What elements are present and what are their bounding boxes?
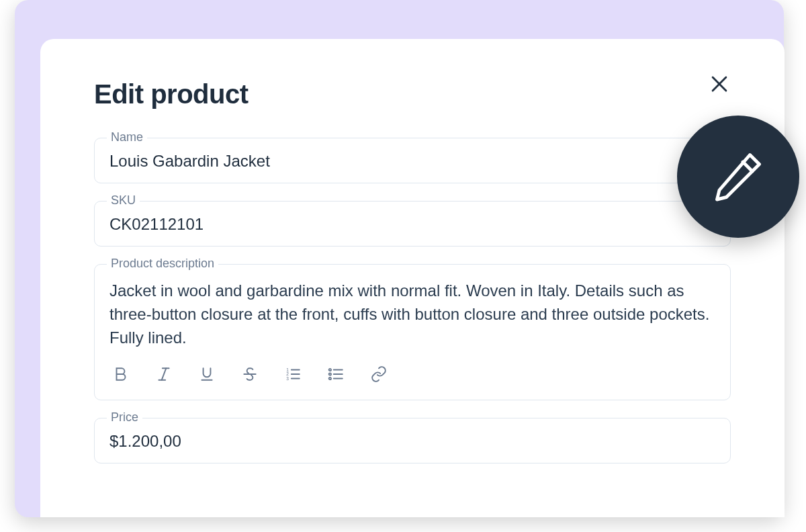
description-field: Product description Jacket in wool and g… [94, 264, 731, 400]
italic-button[interactable] [152, 363, 175, 388]
description-input[interactable]: Jacket in wool and garbardine mix with n… [95, 265, 730, 356]
price-field: Price [94, 418, 731, 463]
edit-product-dialog: Edit product Name SKU Product descriptio… [40, 39, 785, 517]
svg-line-19 [743, 162, 752, 171]
link-button[interactable] [367, 363, 390, 388]
strikethrough-button[interactable] [238, 363, 261, 388]
name-input[interactable] [95, 138, 730, 183]
svg-text:3: 3 [286, 376, 289, 381]
unordered-list-icon [327, 365, 345, 385]
svg-point-18 [329, 378, 331, 380]
sku-label: SKU [107, 193, 140, 208]
italic-icon [155, 365, 173, 385]
sku-field: SKU [94, 201, 731, 247]
bold-icon [112, 365, 130, 385]
edit-fab-button[interactable] [677, 116, 799, 238]
link-icon [370, 365, 388, 385]
close-icon [708, 87, 731, 97]
dialog-title: Edit product [94, 79, 249, 109]
ordered-list-button[interactable]: 123 [281, 363, 304, 388]
svg-line-4 [162, 369, 167, 380]
price-label: Price [107, 410, 142, 425]
strikethrough-icon [241, 365, 259, 385]
description-label: Product description [107, 257, 218, 271]
price-input[interactable] [95, 418, 730, 463]
underline-button[interactable] [195, 363, 218, 388]
ordered-list-icon: 123 [284, 365, 302, 385]
rich-text-toolbar: 123 [95, 356, 730, 400]
pencil-icon [710, 148, 766, 206]
unordered-list-button[interactable] [324, 363, 347, 388]
name-field: Name [94, 138, 731, 183]
close-button[interactable] [708, 73, 731, 97]
dialog-header: Edit product [94, 79, 731, 109]
sku-input[interactable] [95, 202, 730, 246]
svg-point-17 [329, 373, 331, 375]
svg-point-16 [329, 369, 331, 371]
bold-button[interactable] [109, 363, 132, 388]
name-label: Name [107, 130, 147, 144]
underline-icon [198, 365, 216, 385]
